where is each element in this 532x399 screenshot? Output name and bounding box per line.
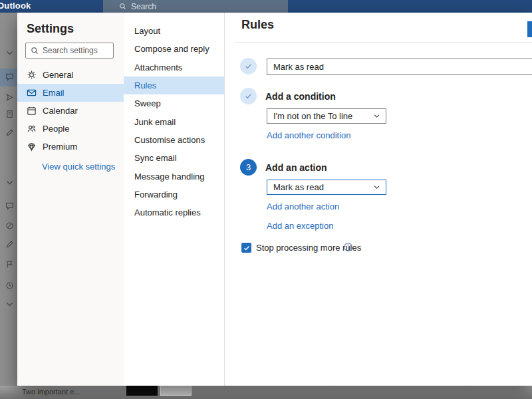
action-dropdown[interactable]: Mark as read xyxy=(267,180,386,195)
sidebar-item-calendar[interactable]: Calendar xyxy=(17,102,124,120)
condition-dropdown[interactable]: I'm not on the To line xyxy=(267,108,386,124)
menu-item-label: Attachments xyxy=(134,63,182,72)
global-search-placeholder: Search xyxy=(131,2,156,11)
settings-search-box[interactable] xyxy=(25,43,114,59)
sidebar-item-label: General xyxy=(43,70,73,80)
chat-icon[interactable] xyxy=(5,201,14,210)
send-icon[interactable] xyxy=(5,93,14,102)
sidebar-item-label: Calendar xyxy=(43,106,78,116)
menu-item-forwarding[interactable]: Forwarding xyxy=(124,186,224,203)
step1-complete-badge xyxy=(240,58,257,74)
app-logo: Outlook xyxy=(0,1,31,11)
menu-item-customise-actions[interactable]: Customise actions xyxy=(124,131,224,149)
rules-editor-panel: Rules Add a condition I'm not on the To … xyxy=(224,13,532,386)
menu-item-label: Sync email xyxy=(134,153,177,163)
menu-item-message-handling[interactable]: Message handling xyxy=(124,167,224,185)
folder-rail xyxy=(0,13,19,386)
menu-item-layout[interactable]: Layout xyxy=(124,22,224,40)
chevron-down-icon xyxy=(373,112,380,120)
menu-item-label: Junk email xyxy=(134,117,176,127)
menu-item-label: Forwarding xyxy=(134,190,178,200)
settings-title: Settings xyxy=(27,22,74,36)
save-button[interactable] xyxy=(527,21,532,37)
chevron-down-icon xyxy=(373,184,380,191)
sidebar-item-premium[interactable]: Premium xyxy=(17,138,124,156)
settings-dialog: Settings General Email Calendar People xyxy=(17,13,532,386)
chat-icon[interactable] xyxy=(5,72,14,81)
flag-icon[interactable] xyxy=(5,260,14,269)
mail-icon xyxy=(27,88,37,98)
check-icon xyxy=(244,62,253,70)
add-an-exception-link[interactable]: Add an exception xyxy=(267,221,333,231)
check-icon xyxy=(244,92,253,100)
page-title: Rules xyxy=(241,18,274,32)
add-another-condition-link[interactable]: Add another condition xyxy=(267,130,350,140)
condition-heading: Add a condition xyxy=(265,91,336,102)
divider xyxy=(235,42,532,43)
sidebar-item-people[interactable]: People xyxy=(17,120,124,138)
sidebar-item-general[interactable]: General xyxy=(17,66,124,84)
diamond-icon xyxy=(27,142,37,152)
menu-item-junk-email[interactable]: Junk email xyxy=(124,112,224,130)
add-another-action-link[interactable]: Add another action xyxy=(267,201,339,211)
menu-item-rules[interactable]: Rules xyxy=(124,76,224,94)
check-icon xyxy=(243,245,250,251)
view-quick-settings-link[interactable]: View quick settings xyxy=(42,162,115,172)
blocked-icon[interactable] xyxy=(5,221,14,230)
menu-item-sweep[interactable]: Sweep xyxy=(124,94,224,112)
calendar-icon xyxy=(27,106,37,116)
menu-item-label: Layout xyxy=(134,26,160,36)
menu-item-label: Message handling xyxy=(134,172,205,182)
menu-item-automatic-replies[interactable]: Automatic replies xyxy=(124,203,224,221)
condition-dropdown-value: I'm not on the To line xyxy=(273,111,352,121)
menu-item-attachments[interactable]: Attachments xyxy=(124,59,224,76)
email-settings-menu: Layout Compose and reply Attachments Rul… xyxy=(124,13,224,386)
pencil-icon[interactable] xyxy=(5,128,14,137)
action-heading: Add an action xyxy=(265,162,327,173)
chevron-down-icon[interactable] xyxy=(5,300,14,309)
people-icon xyxy=(27,124,37,134)
background-light-block xyxy=(160,385,192,396)
sidebar-item-label: Premium xyxy=(43,142,77,152)
search-icon xyxy=(119,3,126,10)
chevron-down-icon[interactable] xyxy=(5,178,14,187)
info-icon[interactable] xyxy=(343,242,353,252)
clock-icon[interactable] xyxy=(5,281,14,290)
search-icon xyxy=(31,47,39,55)
menu-item-label: Automatic replies xyxy=(134,207,201,217)
action-dropdown-value: Mark as read xyxy=(273,182,324,192)
menu-item-sync-email[interactable]: Sync email xyxy=(124,149,224,167)
email-snippet: Two important e... xyxy=(22,388,80,396)
stop-processing-checkbox[interactable] xyxy=(241,243,251,253)
gear-icon xyxy=(27,70,37,80)
note-icon[interactable] xyxy=(5,110,14,118)
step2-complete-badge xyxy=(240,88,257,104)
menu-item-label: Customise actions xyxy=(134,135,205,145)
sidebar-item-label: People xyxy=(43,124,69,134)
menu-item-label: Compose and reply xyxy=(134,44,209,54)
settings-search-input[interactable] xyxy=(43,46,109,55)
step3-number-badge: 3 xyxy=(240,159,257,176)
background-message-list: Two important e... xyxy=(0,386,532,399)
global-search-input[interactable]: Search xyxy=(103,0,288,13)
sidebar-item-email[interactable]: Email xyxy=(17,84,124,102)
chevron-down-icon[interactable] xyxy=(5,49,14,57)
rule-name-input[interactable] xyxy=(267,59,532,75)
menu-item-compose-and-reply[interactable]: Compose and reply xyxy=(124,40,224,58)
app-header: Outlook Search xyxy=(0,0,532,13)
sidebar-item-label: Email xyxy=(43,88,65,98)
menu-item-label: Rules xyxy=(134,80,156,90)
settings-category-panel: Settings General Email Calendar People xyxy=(17,13,124,386)
menu-item-label: Sweep xyxy=(134,98,161,108)
pencil-icon[interactable] xyxy=(5,240,14,249)
